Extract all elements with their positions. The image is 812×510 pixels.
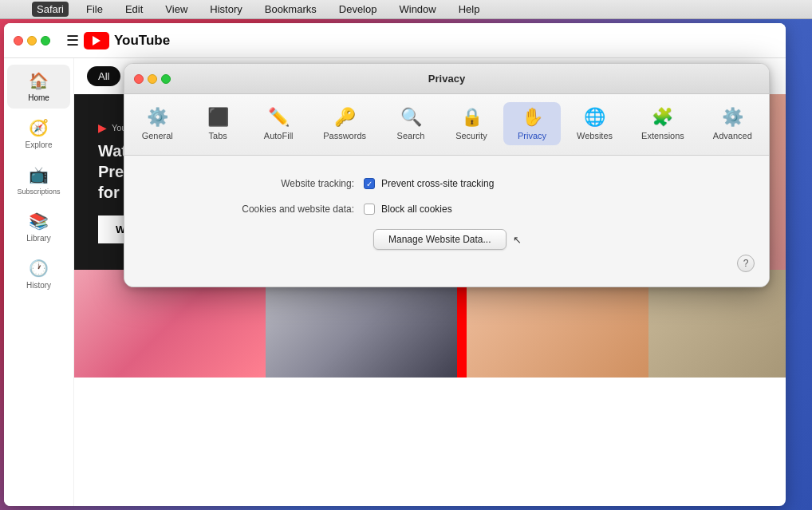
tabs-icon: ⬛	[207, 107, 229, 128]
toolbar-security[interactable]: 🔒 Security	[443, 102, 500, 145]
sidebar-item-subscriptions[interactable]: 📺 Subscriptions	[7, 159, 70, 202]
dialog-toolbar: ⚙️ General ⬛ Tabs ✏️ AutoFill 🔑 Password…	[124, 94, 769, 156]
dialog-traffic-lights	[134, 74, 171, 84]
toolbar-advanced[interactable]: ⚙️ Advanced	[700, 102, 765, 145]
dialog-maximize-button[interactable]	[161, 74, 171, 84]
menu-window[interactable]: Window	[394, 2, 440, 17]
websites-icon: 🌐	[584, 107, 605, 128]
menu-history[interactable]: History	[205, 2, 246, 17]
sidebar-item-library[interactable]: 📚 Library	[7, 205, 70, 249]
explore-icon: 🧭	[29, 118, 49, 137]
play-triangle	[93, 36, 101, 45]
toolbar-privacy[interactable]: ✋ Privacy	[503, 102, 561, 145]
apple-menu[interactable]	[6, 8, 16, 11]
library-icon: 📚	[29, 212, 49, 231]
toolbar-websites-label: Websites	[577, 131, 613, 140]
toolbar-advanced-label: Advanced	[713, 131, 752, 140]
sidebar-explore-label: Explore	[26, 140, 53, 149]
toolbar-tabs-label: Tabs	[209, 131, 227, 140]
sidebar-item-explore[interactable]: 🧭 Explore	[7, 112, 70, 156]
sidebar-history-label: History	[26, 281, 51, 290]
menu-edit[interactable]: Edit	[120, 2, 148, 17]
cookies-label: Cookies and website data:	[188, 204, 364, 215]
sidebar-home-label: Home	[28, 93, 49, 102]
manage-website-data-button[interactable]: Manage Website Data...	[373, 229, 507, 250]
block-cookies-text: Block all cookies	[381, 204, 452, 215]
toolbar-security-label: Security	[455, 131, 487, 140]
block-cookies-checkbox[interactable]	[364, 204, 375, 215]
youtube-logo-icon	[84, 32, 109, 49]
toolbar-passwords[interactable]: 🔑 Passwords	[310, 102, 379, 145]
privacy-icon: ✋	[522, 107, 543, 128]
toolbar-general-label: General	[142, 131, 173, 140]
toolbar-extensions[interactable]: 🧩 Extensions	[629, 102, 697, 145]
security-icon: 🔒	[461, 107, 483, 128]
history-icon: 🕐	[29, 259, 49, 278]
browser-window: ☰ YouTube 🏠 Home 🧭 Explore 📺	[0, 19, 812, 510]
dialog-close-button[interactable]	[134, 74, 144, 84]
manage-data-row: Manage Website Data... ↖	[373, 229, 705, 250]
privacy-dialog: Privacy ⚙️ General ⬛ Tabs ✏️ AutoFill 🔑 …	[124, 63, 770, 287]
maximize-button-yt[interactable]	[41, 36, 50, 45]
close-button-yt[interactable]	[14, 36, 23, 45]
cursor-indicator: ↖	[513, 234, 522, 246]
passwords-icon: 🔑	[334, 107, 356, 128]
sidebar-item-history[interactable]: 🕐 History	[7, 252, 70, 296]
website-tracking-row: Website tracking: ✓ Prevent cross-site t…	[188, 178, 705, 189]
toolbar-tabs[interactable]: ⬛ Tabs	[189, 102, 246, 145]
home-icon: 🏠	[29, 71, 49, 90]
sidebar-item-home[interactable]: 🏠 Home	[7, 65, 70, 109]
yt-logo-area: ☰ YouTube	[57, 32, 179, 49]
toolbar-search[interactable]: 🔍 Search	[382, 102, 440, 145]
yt-sidebar: 🏠 Home 🧭 Explore 📺 Subscriptions 📚 Libra…	[4, 58, 74, 506]
menu-file[interactable]: File	[81, 2, 108, 17]
website-tracking-label: Website tracking:	[188, 178, 364, 189]
prevent-tracking-checkbox[interactable]: ✓	[364, 178, 375, 189]
prevent-tracking-text: Prevent cross-site tracking	[381, 178, 494, 189]
toolbar-autofill-label: AutoFill	[264, 131, 294, 140]
menu-develop[interactable]: Develop	[334, 2, 382, 17]
cookies-content: Block all cookies	[364, 204, 452, 215]
traffic-lights	[14, 36, 50, 45]
toolbar-privacy-label: Privacy	[518, 131, 546, 140]
advanced-icon: ⚙️	[722, 107, 743, 128]
toolbar-autofill[interactable]: ✏️ AutoFill	[250, 102, 307, 145]
yt-play-icon-small: ▶	[98, 121, 107, 134]
general-icon: ⚙️	[147, 107, 168, 128]
autofill-icon: ✏️	[268, 107, 290, 128]
hamburger-menu[interactable]: ☰	[66, 32, 79, 49]
dialog-content: Website tracking: ✓ Prevent cross-site t…	[124, 156, 769, 287]
menu-bar: Safari File Edit View History Bookmarks …	[0, 0, 812, 19]
menu-bookmarks[interactable]: Bookmarks	[260, 2, 321, 17]
dialog-titlebar: Privacy	[124, 64, 769, 94]
sidebar-subscriptions-label: Subscriptions	[17, 188, 60, 196]
dialog-minimize-button[interactable]	[148, 74, 157, 84]
subscriptions-icon: 📺	[29, 165, 49, 184]
yt-topbar: ☰ YouTube	[4, 23, 786, 58]
toolbar-websites[interactable]: 🌐 Websites	[564, 102, 625, 145]
help-icon: ?	[743, 258, 749, 269]
dialog-title: Privacy	[428, 73, 465, 85]
cookies-row: Cookies and website data: Block all cook…	[188, 204, 705, 215]
filter-all[interactable]: All	[87, 66, 120, 86]
toolbar-search-label: Search	[397, 131, 425, 140]
help-button[interactable]: ?	[737, 255, 755, 272]
website-tracking-content: ✓ Prevent cross-site tracking	[364, 178, 494, 189]
minimize-button-yt[interactable]	[27, 36, 37, 45]
toolbar-general[interactable]: ⚙️ General	[128, 102, 186, 145]
toolbar-passwords-label: Passwords	[323, 131, 366, 140]
menu-help[interactable]: Help	[454, 2, 485, 17]
menu-view[interactable]: View	[160, 2, 192, 17]
toolbar-extensions-label: Extensions	[641, 131, 684, 140]
menu-safari[interactable]: Safari	[32, 2, 69, 17]
extensions-icon: 🧩	[652, 107, 673, 128]
search-icon: 🔍	[400, 107, 422, 128]
sidebar-library-label: Library	[26, 234, 51, 243]
youtube-logo-text: YouTube	[114, 33, 170, 49]
